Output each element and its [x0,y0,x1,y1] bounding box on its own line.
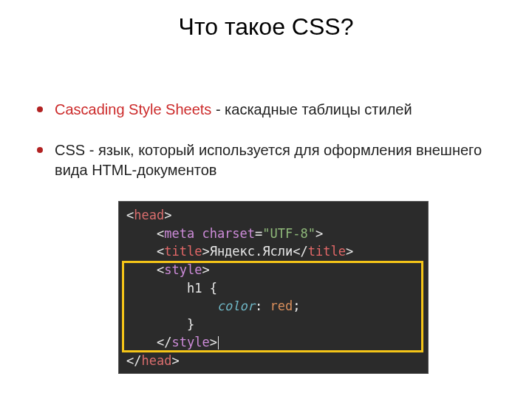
term-highlight: Cascading Style Sheets [55,101,211,117]
tag-style-open: style [164,262,202,277]
attr-charset: charset [202,226,255,241]
tag-head-open: head [134,208,164,222]
tag-meta: meta [164,226,194,241]
list-item: Cascading Style Sheets - каскадные табли… [37,100,495,120]
tag-style-close: style [171,335,209,349]
title-content: Яндекс.Ясли [210,244,293,259]
bullet-text: CSS - язык, который используется для офо… [55,142,482,178]
bullet-list: Cascading Style Sheets - каскадные табли… [37,100,495,180]
css-property: color [217,299,255,313]
slide-content: Cascading Style Sheets - каскадные табли… [0,41,532,374]
cursor-icon [218,336,219,349]
slide-title: Что такое CSS? [0,0,532,41]
attr-value: "UTF-8" [262,226,316,241]
tag-head-close: head [141,353,171,368]
tag-title-close: title [308,244,346,259]
bullet-text: - каскадные таблицы стилей [211,101,412,117]
css-value: red [270,299,293,313]
tag-title-open: title [164,244,202,259]
list-item: CSS - язык, который используется для офо… [37,140,495,180]
css-selector: h1 [187,281,202,296]
code-snippet: <head> <meta charset="UTF-8"> <title>Янд… [118,201,429,374]
